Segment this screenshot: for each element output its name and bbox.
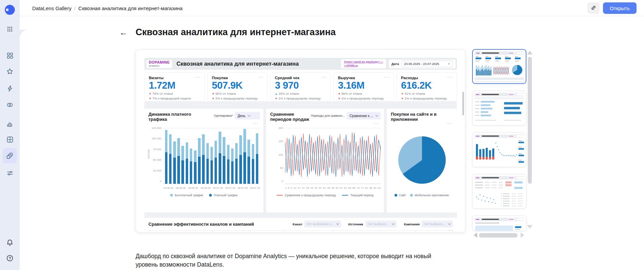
bar-chart-icon[interactable]: [6, 120, 14, 128]
sliders-icon[interactable]: [6, 169, 14, 177]
gallery-layers-icon: [6, 152, 14, 159]
rail-corner-decoration: [20, 30, 28, 38]
kpi-row: ···Визиты1.72M▼ 79% от плана▼ 7% к преды…: [144, 72, 457, 102]
thumbnail-5[interactable]: [472, 216, 526, 231]
kpi-menu-dots[interactable]: ···: [321, 75, 327, 79]
chart-title: Сравнение периодов продаж: [270, 112, 311, 122]
periods-label: Периоды для сравнен...: [311, 114, 345, 117]
breadcrumb-gallery-link[interactable]: DataLens Gallery: [32, 5, 72, 11]
thumbnail-1-selected[interactable]: [472, 49, 526, 84]
periods-select[interactable]: Сравнение к ...: [347, 112, 381, 119]
open-button[interactable]: Открыть: [603, 2, 637, 14]
kpi-menu-dots[interactable]: ···: [447, 75, 453, 79]
filter-0: КаналНет выбранных з...: [293, 221, 341, 227]
charts-row: Динамика платного трафика Группировка* Д…: [144, 109, 457, 212]
star-icon[interactable]: [6, 68, 14, 75]
kpi-menu-dots[interactable]: ···: [258, 75, 264, 79]
arrow-up-icon: ▲: [275, 92, 278, 95]
scroll-up-arrow[interactable]: [527, 51, 532, 54]
scroll-left-arrow[interactable]: [474, 232, 477, 238]
arrow-down-icon: ▼: [275, 97, 278, 100]
bell-icon[interactable]: [6, 239, 14, 246]
arrow-down-icon: ▼: [212, 97, 215, 100]
chevron-down-icon: [391, 222, 394, 225]
kpi-card: ···Средний чек3 970▲ 18% от плана▼ 1% к …: [270, 72, 331, 102]
kpi-label: Выручка: [338, 76, 389, 80]
breadcrumb-current: Сквозная аналитика для интернет-магазина: [78, 5, 183, 11]
thumbnail-3[interactable]: [472, 132, 526, 167]
kpi-value: 3.16M: [338, 80, 389, 90]
bar-y-axis: 125 000100 00075 00050 00025 0000: [148, 127, 163, 183]
kpi-menu-dots[interactable]: ···: [384, 75, 390, 79]
table-header-cell: Новые пользователи %: [284, 231, 333, 232]
channels-section: Сравнение эффективности каналов и кампан…: [144, 218, 457, 232]
back-arrow-icon[interactable]: ←: [119, 28, 127, 37]
filter-select[interactable]: Нет выбранных з...: [304, 221, 341, 227]
section-title: Сравнение эффективности каналов и кампан…: [148, 222, 254, 227]
breadcrumb: DataLens Gallery / Сквозная аналитика дл…: [32, 0, 183, 16]
horizontal-scrollbar-thumb[interactable]: [479, 233, 518, 238]
filter-select[interactable]: Нет выбранн...: [422, 221, 453, 227]
sidebar-item-gallery-active[interactable]: [3, 148, 17, 163]
dashboard-preview: DOPAMINE analytics Сквозная аналитика дл…: [136, 49, 465, 232]
kpi-delta: ▼ 86% от плана: [212, 91, 263, 96]
chart-title: Динамика платного трафика: [148, 112, 209, 122]
filter-select[interactable]: Нет выбранн...: [365, 221, 397, 227]
vertical-scrollbar-thumb[interactable]: [528, 57, 532, 184]
date-filter: Дата 23.06.2025 - 23.07.2025 ×: [389, 60, 456, 68]
kpi-label: Расходы: [401, 76, 452, 80]
thumbnail-2[interactable]: [472, 91, 526, 126]
arrow-down-icon: ▼: [212, 92, 215, 95]
dashboard-grid-icon[interactable]: [6, 52, 14, 59]
filter-2: КампанияНет выбранн...: [404, 221, 453, 227]
clear-date-icon[interactable]: ×: [448, 62, 450, 66]
date-range-input[interactable]: 23.06.2025 - 23.07.2025 ×: [401, 61, 453, 67]
kpi-label: Визиты: [149, 76, 200, 80]
pie-legend: СайтМобильное приложение: [387, 194, 457, 197]
kpi-delta: ▼ 2% к предыдущему периоду: [338, 96, 389, 101]
breadcrumb-separator: /: [74, 5, 76, 11]
svg-text:?: ?: [9, 256, 11, 260]
datalens-logo[interactable]: [3, 3, 16, 16]
sidebar: ?: [0, 0, 20, 270]
lightning-icon[interactable]: [6, 85, 14, 92]
venn-circles-icon[interactable]: [6, 101, 14, 109]
chevron-down-icon: [376, 114, 378, 116]
kpi-card: ···Выручка3.16M▼ 86% от плана▼ 2% к пред…: [334, 72, 394, 102]
section-menu-dots[interactable]: ···: [448, 229, 454, 232]
kpi-card: ···Визиты1.72M▼ 79% от плана▼ 7% к преды…: [144, 72, 205, 102]
kpi-value: 1.72M: [149, 80, 200, 90]
kpi-delta: ▼ 86% от плана: [338, 91, 389, 96]
chart-menu-dots[interactable]: ···: [374, 122, 379, 126]
line-y-axis: 200150100500: [270, 127, 285, 183]
kpi-label: Покупки: [212, 76, 263, 80]
copy-link-button[interactable]: [587, 2, 600, 14]
thumbnail-4[interactable]: [472, 174, 526, 209]
chart-menu-dots[interactable]: ···: [253, 122, 259, 126]
kpi-delta: ▼ 41% от плана: [401, 91, 452, 96]
kpi-delta: ▼ 2% к предыдущему периоду: [212, 96, 263, 101]
kpi-menu-dots[interactable]: ···: [195, 75, 201, 79]
arrow-down-icon: ▼: [149, 97, 152, 100]
table-cells-icon[interactable]: [6, 136, 14, 143]
page-title: Сквозная аналитика для интернет-магазина: [136, 27, 336, 38]
apps-grid-icon[interactable]: [6, 25, 14, 33]
kpi-delta: ▼ 7% к предыдущей неделе: [149, 96, 200, 101]
scroll-down-arrow[interactable]: [527, 225, 532, 229]
preview-scrollbar[interactable]: [462, 92, 464, 115]
help-icon[interactable]: ?: [6, 254, 14, 262]
dashboard-header-strip: DOPAMINE analytics Сквозная аналитика дл…: [144, 58, 457, 70]
scroll-right-arrow[interactable]: [521, 232, 524, 238]
bar-legend: Бесплатный трафикПлатный трафик: [144, 194, 263, 197]
kpi-delta: ▼ 79% от плана: [149, 91, 200, 96]
promo-link[interactable]: Нужен такой же дашборд? — > DPMN.ru: [341, 59, 386, 69]
dopamine-logo: DOPAMINE analytics: [146, 60, 172, 68]
arrow-down-icon: ▼: [338, 97, 341, 100]
kpi-value: 507.9K: [212, 80, 263, 90]
grouping-select[interactable]: День: [235, 112, 260, 119]
chevron-down-icon: [448, 222, 451, 225]
bar-plot-area: [163, 128, 260, 184]
table-header-cell: Сессии: [213, 231, 244, 232]
chart-title: Покупки на сайте и в приложении: [391, 112, 454, 122]
chart-menu-dots[interactable]: ···: [446, 122, 452, 126]
